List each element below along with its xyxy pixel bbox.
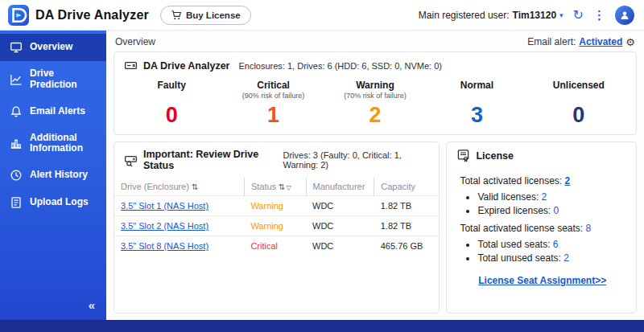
column-header-capacity: Capacity bbox=[374, 178, 440, 196]
sidebar-item-additional-information[interactable]: Additional Information bbox=[0, 125, 106, 162]
logo-glyph bbox=[8, 5, 29, 26]
page-title: Overview bbox=[115, 36, 155, 47]
sidebar-item-label: Email Alerts bbox=[30, 106, 85, 117]
list-item: Total used seats: 6 bbox=[477, 239, 625, 250]
sidebar-item-alert-history[interactable]: Alert History bbox=[0, 162, 106, 189]
stat-sublabel bbox=[426, 92, 527, 100]
total-activated-licenses-link[interactable]: 2 bbox=[565, 175, 571, 186]
header-right-group: Main registered user: Tim13120 ▾ ↻ ⋮ bbox=[419, 6, 634, 25]
drive-status-title: Important: Review Drive Status bbox=[143, 149, 275, 171]
sort-icon[interactable]: ⇅ bbox=[192, 182, 198, 191]
monitor-icon bbox=[10, 41, 23, 54]
summary-subtitle: Enclosures: 1, Drives: 6 (HDD: 6, SSD: 0… bbox=[238, 61, 441, 71]
column-label: Drive (Enclosure) bbox=[121, 182, 189, 191]
drive-capacity-cell: 465.76 GB bbox=[374, 236, 440, 256]
summary-title: DA Drive Analyzer bbox=[143, 60, 229, 72]
filter-icon[interactable]: ▽ bbox=[286, 184, 291, 191]
bar-chart-icon bbox=[10, 137, 23, 150]
drive-status-card-header: Important: Review Drive Status Drives: 3… bbox=[114, 142, 439, 174]
license-title: License bbox=[476, 150, 514, 162]
drive-link[interactable]: 3.5" Slot 8 (NAS Host) bbox=[121, 241, 208, 251]
unused-seats-value: 2 bbox=[564, 252, 569, 264]
stat-value: 3 bbox=[426, 105, 527, 126]
used-seats-label: Total used seats: bbox=[477, 239, 550, 250]
valid-licenses-value: 2 bbox=[542, 191, 547, 203]
sidebar-nav: Overview Drive Prediction Email Alerts A… bbox=[0, 31, 106, 320]
stat-critical: Critical (90% risk of failure) 1 bbox=[222, 77, 324, 126]
drive-capacity-cell: 1.82 TB bbox=[374, 216, 440, 236]
license-seat-assignment-link[interactable]: License Seat Assignment>> bbox=[478, 275, 606, 286]
sidebar-item-label: Drive Prediction bbox=[30, 68, 98, 91]
registered-user-name: Tim13120 bbox=[513, 10, 557, 21]
stat-label: Unlicensed bbox=[553, 80, 605, 91]
main-content: Overview Email alert: Activated ⚙ DA Dri… bbox=[106, 31, 644, 320]
bottom-cards-row: Important: Review Drive Status Drives: 3… bbox=[114, 141, 637, 314]
column-header-drive[interactable]: Drive (Enclosure)⇅ bbox=[114, 178, 244, 196]
line-chart-icon bbox=[10, 73, 23, 86]
drive-link[interactable]: 3.5" Slot 1 (NAS Host) bbox=[121, 201, 208, 211]
registered-user-menu[interactable]: Main registered user: Tim13120 ▾ bbox=[419, 10, 564, 21]
drive-status-card: Important: Review Drive Status Drives: 3… bbox=[114, 141, 440, 314]
total-activated-seats-value: 8 bbox=[586, 223, 592, 234]
total-activated-licenses-label: Total activated licenses: bbox=[460, 175, 562, 186]
column-label: Manufacturer bbox=[313, 182, 365, 191]
drive-status-cell: Warning bbox=[250, 221, 283, 231]
sidebar-item-upload-logs[interactable]: Upload Logs bbox=[0, 189, 106, 216]
gear-icon[interactable]: ⚙ bbox=[625, 36, 635, 48]
stat-value: 0 bbox=[528, 105, 630, 126]
drive-capacity-cell: 1.82 TB bbox=[374, 196, 440, 216]
expired-licenses-label: Expired licenses: bbox=[477, 205, 551, 216]
kebab-menu-icon[interactable]: ⋮ bbox=[593, 9, 605, 21]
user-avatar[interactable] bbox=[615, 6, 634, 25]
expired-licenses-value: 0 bbox=[554, 205, 559, 216]
table-row: 3.5" Slot 2 (NAS Host) Warning WDC 1.82 … bbox=[114, 216, 439, 236]
stat-label: Critical bbox=[257, 80, 290, 91]
stat-label: Warning bbox=[356, 80, 394, 91]
buy-license-label: Buy License bbox=[186, 10, 241, 20]
drive-enclosure-icon bbox=[124, 59, 138, 72]
sort-icon[interactable]: ⇅ bbox=[279, 182, 285, 191]
email-alert-status-link[interactable]: Activated bbox=[579, 36, 622, 47]
clock-icon bbox=[10, 169, 23, 182]
stat-sublabel: (90% risk of failure) bbox=[222, 92, 324, 100]
sidebar-item-drive-prediction[interactable]: Drive Prediction bbox=[0, 61, 106, 98]
license-breakdown-list: Valid licenses: 2 Expired licenses: 0 bbox=[477, 191, 625, 216]
drive-status-subtitle: Drives: 3 (Faulty: 0, Critical: 1, Warni… bbox=[283, 150, 430, 170]
app-body: Overview Drive Prediction Email Alerts A… bbox=[0, 31, 644, 320]
list-item: Total unused seats: 2 bbox=[477, 252, 625, 264]
drive-link[interactable]: 3.5" Slot 2 (NAS Host) bbox=[121, 221, 208, 231]
stat-normal: Normal 3 bbox=[426, 77, 527, 126]
sidebar-item-label: Additional Information bbox=[30, 133, 98, 155]
license-card: License Total activated licenses: 2 Vali… bbox=[446, 141, 637, 314]
bottom-bar bbox=[0, 320, 644, 332]
document-icon bbox=[10, 196, 23, 209]
email-alert-label: Email alert: bbox=[527, 36, 576, 47]
stat-value: 2 bbox=[324, 105, 426, 126]
used-seats-value: 6 bbox=[553, 239, 559, 250]
column-header-manufacturer: Manufacturer bbox=[306, 178, 374, 196]
refresh-icon[interactable]: ↻ bbox=[573, 9, 584, 22]
person-icon bbox=[619, 10, 630, 21]
app-logo-icon bbox=[8, 5, 29, 26]
sidebar-item-overview[interactable]: Overview bbox=[0, 34, 106, 61]
status-stats-row: Faulty 0 Critical (90% risk of failure) … bbox=[114, 76, 636, 133]
total-activated-seats: Total activated license seats: 8 bbox=[460, 223, 625, 234]
sidebar-collapse-button[interactable]: « bbox=[0, 292, 106, 320]
total-activated-seats-label: Total activated license seats: bbox=[460, 223, 583, 234]
stat-warning: Warning (70% risk of failure) 2 bbox=[324, 77, 426, 126]
app-window: DA Drive Analyzer Buy License Main regis… bbox=[0, 0, 644, 332]
table-header: Drive (Enclosure)⇅ Status⇅▽ Manufacturer… bbox=[114, 178, 439, 196]
sidebar-item-email-alerts[interactable]: Email Alerts bbox=[0, 98, 106, 125]
buy-license-button[interactable]: Buy License bbox=[160, 6, 251, 25]
valid-licenses-label: Valid licenses: bbox=[477, 191, 539, 203]
column-header-status[interactable]: Status⇅▽ bbox=[244, 178, 306, 196]
drive-manufacturer-cell: WDC bbox=[306, 216, 374, 236]
summary-card-header: DA Drive Analyzer Enclosures: 1, Drives:… bbox=[114, 52, 636, 76]
sidebar-item-label: Alert History bbox=[30, 170, 88, 181]
total-activated-licenses: Total activated licenses: 2 bbox=[460, 175, 625, 186]
stat-unlicensed: Unlicensed 0 bbox=[528, 77, 630, 126]
bell-icon bbox=[10, 105, 23, 118]
table-row: 3.5" Slot 8 (NAS Host) Critical WDC 465.… bbox=[114, 236, 439, 256]
content-topbar: Overview Email alert: Activated ⚙ bbox=[114, 31, 637, 51]
table-row: 3.5" Slot 1 (NAS Host) Warning WDC 1.82 … bbox=[114, 196, 439, 216]
